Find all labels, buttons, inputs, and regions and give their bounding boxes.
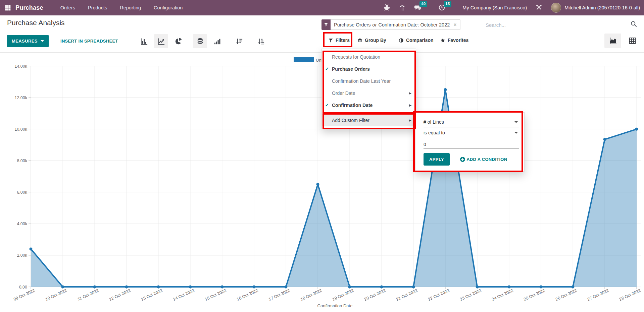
nav-item-products[interactable]: Products [82,0,113,15]
filters-dropdown-menu: Requests for Quotation✓Purchase OrdersCo… [321,49,416,129]
avatar[interactable] [551,3,561,13]
toggle-filters[interactable]: Filters [328,33,350,48]
company-switcher[interactable]: My Company (San Francisco) [462,5,527,10]
menu-item-requests-for-quotation[interactable]: Requests for Quotation [322,51,416,63]
filter-funnel-icon [321,19,331,30]
layers-icon [357,38,362,43]
svg-text:10 Oct 2022: 10 Oct 2022 [45,288,67,302]
nav-item-orders[interactable]: Orders [54,0,82,15]
svg-text:20 Oct 2022: 20 Oct 2022 [363,288,386,302]
custom-filter-operator-select[interactable]: is equal to [424,127,519,138]
comparison-icon [399,38,404,43]
data-point [508,286,511,289]
apply-button[interactable]: APPLY [424,153,450,166]
bug-icon[interactable] [383,4,391,11]
data-point [316,183,319,186]
menu-item-confirmation-date[interactable]: ✓Confirmation Date▶ [322,99,416,111]
apps-grid-icon[interactable] [0,0,15,15]
legend-swatch [294,57,314,62]
search-icon[interactable] [630,20,638,28]
svg-text:17 Oct 2022: 17 Oct 2022 [268,288,291,302]
check-icon: ✓ [325,63,329,75]
data-point [221,286,224,289]
menu-item-add-custom-filter[interactable]: Add Custom Filter▶ [322,114,416,126]
search-facet: Purchase Orders or Confirmation Date: Oc… [321,19,460,30]
svg-text:12.00k: 12.00k [14,96,27,100]
operator-select-value: is equal to [424,130,445,135]
toggle-label: Filters [336,33,350,48]
messages-icon[interactable]: 40 [414,4,422,11]
chevron-down-icon [514,121,518,123]
data-point [380,286,383,289]
menu-item-order-date[interactable]: Order Date▶ [322,87,416,99]
svg-text:25 Oct 2022: 25 Oct 2022 [523,288,546,302]
svg-text:24 Oct 2022: 24 Oct 2022 [491,288,514,302]
submenu-arrow-icon: ▶ [409,114,411,126]
menu-item-label: Confirmation Date [332,103,373,108]
toggle-group-by[interactable]: Group By [357,33,386,48]
svg-text:11 Oct 2022: 11 Oct 2022 [77,288,99,302]
svg-text:16 Oct 2022: 16 Oct 2022 [236,288,259,302]
voip-phone-icon[interactable] [399,4,406,11]
svg-text:12 Oct 2022: 12 Oct 2022 [108,288,131,302]
nav-item-configuration[interactable]: Configuration [147,0,189,15]
data-point [444,88,447,91]
svg-text:4.00k: 4.00k [17,222,27,226]
plus-circle-icon [460,157,465,162]
data-point [61,286,64,289]
searchbar-divider [320,32,639,32]
user-menu[interactable]: Mitchell Admin (20570120-16-0-all) [564,5,640,10]
navbar-right: 4015 My Company (San Francisco) Mitchell… [375,0,644,15]
tools-icon[interactable] [536,4,543,11]
data-point [572,286,575,289]
menu-separator [322,113,416,113]
menu-item-confirmation-date-last-year[interactable]: Confirmation Date Last Year [322,75,416,87]
svg-text:15 Oct 2022: 15 Oct 2022 [204,288,227,302]
popup-actions: APPLY ADD A CONDITION [424,153,519,166]
notification-badge: 15 [444,1,451,7]
add-condition-label: ADD A CONDITION [466,157,507,162]
toggle-favorites[interactable]: Favorites [440,33,468,48]
svg-text:27 Oct 2022: 27 Oct 2022 [587,288,609,302]
filter-funnel-icon [328,38,333,43]
data-point [603,138,606,141]
custom-filter-field-select[interactable]: # of Lines [424,117,519,127]
custom-filter-value-input[interactable] [424,138,519,148]
star-icon [440,38,445,43]
svg-text:14 Oct 2022: 14 Oct 2022 [172,288,195,302]
search-input[interactable] [486,20,613,29]
data-point [30,248,33,251]
field-select-value: # of Lines [424,119,444,125]
data-point [285,286,288,289]
menu-item-label: Requests for Quotation [332,54,380,60]
add-condition-button[interactable]: ADD A CONDITION [460,157,507,162]
activities-clock-icon[interactable]: 15 [438,4,446,11]
svg-text:28 Oct 2022: 28 Oct 2022 [618,288,641,302]
facet-part1: Purchase Orders [334,22,371,27]
menu-item-purchase-orders[interactable]: ✓Purchase Orders [322,63,416,75]
menu-item-label: Add Custom Filter [332,118,369,123]
page-title: Purchase Analysis [7,19,65,27]
app-menu: OrdersProductsReportingConfiguration [54,0,189,15]
facet-remove-icon[interactable]: × [453,22,456,27]
toggle-comparison[interactable]: Comparison [399,33,434,48]
facet-text: Purchase Orders or Confirmation Date: Oc… [331,19,460,30]
data-point [157,286,160,289]
nav-item-reporting[interactable]: Reporting [113,0,147,15]
data-point [93,286,96,289]
data-point [348,286,351,289]
data-point [476,286,479,289]
svg-text:10.00k: 10.00k [14,127,27,132]
svg-text:26 Oct 2022: 26 Oct 2022 [555,288,578,302]
svg-text:0.00: 0.00 [19,285,27,290]
facet-operator: or [373,22,377,27]
chevron-down-icon [514,132,518,134]
svg-text:09 Oct 2022: 09 Oct 2022 [13,288,36,302]
svg-text:2.00k: 2.00k [17,253,27,258]
toggle-label: Favorites [448,33,468,48]
data-point [253,286,256,289]
submenu-arrow-icon: ▶ [409,87,411,99]
app-brand[interactable]: Purchase [15,4,43,11]
facet-part2: Confirmation Date: October 2022 [379,22,450,27]
toggle-label: Group By [365,33,386,48]
